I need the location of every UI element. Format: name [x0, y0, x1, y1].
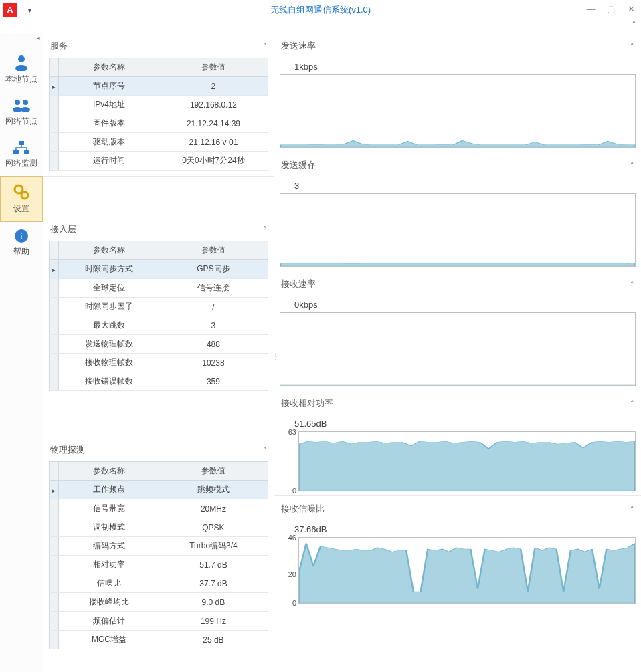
sidebar-item-network-nodes[interactable]: 网络节点 [0, 92, 43, 134]
svg-point-0 [18, 55, 25, 62]
param-name: 相对功率 [59, 556, 159, 574]
table-row[interactable]: 时隙同步因子/ [50, 298, 268, 316]
table-row[interactable]: 接收错误帧数359 [50, 372, 268, 391]
physical-table[interactable]: 参数名称参数值工作频点跳频模式信号带宽20MHz调制模式QPSK编码方式Turb… [49, 461, 268, 649]
svg-point-3 [23, 100, 28, 105]
panel-title: 接收信噪比 [281, 503, 325, 515]
close-button[interactable]: ✕ [621, 0, 641, 19]
svg-point-9 [15, 185, 23, 193]
param-name: 发送物理帧数 [59, 335, 159, 354]
param-value: 37.7 dB [159, 574, 268, 593]
table-row[interactable]: 运行时间0天0小时7分24秒 [50, 152, 268, 171]
table-row[interactable]: 节点序号2 [50, 77, 268, 96]
collapse-icon[interactable]: ˄ [263, 42, 267, 51]
panel-title: 服务 [50, 40, 68, 52]
users-icon [11, 98, 31, 113]
charts-column: ⋮ 发送速率˄ 1kbps 发送缓存˄ 3 接收速率˄ 0kbps 接收相对功率… [274, 33, 641, 672]
collapse-icon[interactable]: ˄ [630, 161, 634, 170]
table-row[interactable]: 最大跳数3 [50, 316, 268, 335]
param-value: GPS同步 [159, 260, 268, 279]
chart-value-label: 0kbps [274, 296, 641, 312]
param-value: 10238 [159, 354, 268, 372]
chart-value-label: 51.65dB [274, 415, 641, 431]
user-icon [13, 53, 30, 71]
service-table[interactable]: 参数名称参数值节点序号2IPv4地址192.168.0.12固件版本21.12.… [49, 58, 268, 171]
window-title: 无线自组网通信系统(v1.0) [0, 0, 641, 20]
table-row[interactable]: 相对功率51.7 dB [50, 556, 268, 574]
param-name: 全球定位 [59, 279, 159, 298]
param-name: 信噪比 [59, 574, 159, 593]
sidebar-pin-icon[interactable]: ◂ [37, 35, 40, 41]
table-row[interactable]: 时隙同步方式GPS同步 [50, 260, 268, 279]
param-name: 信号带宽 [59, 499, 159, 518]
collapse-icon[interactable]: ˄ [630, 505, 634, 514]
table-row[interactable]: 固件版本21.12.24.14:39 [50, 114, 268, 133]
table-row[interactable]: MGC增益25 dB [50, 631, 268, 649]
param-value: 3 [159, 316, 268, 335]
table-row[interactable]: 接收峰均比9.0 dB [50, 593, 268, 612]
qat-customize-icon[interactable]: ▾ [23, 0, 36, 19]
sidebar-item-network-monitor[interactable]: 网络监测 [0, 134, 43, 176]
table-row[interactable]: 信噪比37.7 dB [50, 574, 268, 593]
sidebar-item-label: 设置 [13, 204, 29, 213]
table-row[interactable]: 全球定位信号连接 [50, 279, 268, 298]
sidebar-item-help[interactable]: i 帮助 [0, 222, 43, 264]
y-tick: 63 [288, 428, 296, 436]
param-value: 192.168.0.12 [159, 96, 268, 114]
table-row[interactable]: 频偏估计199 Hz [50, 612, 268, 631]
info-icon: i [14, 229, 29, 243]
param-value: 25 dB [159, 631, 268, 649]
minimize-button[interactable]: — [581, 0, 601, 19]
panel-access-layer: 接入层 ˄ 参数名称参数值时隙同步方式GPS同步全球定位信号连接时隙同步因子/最… [43, 217, 274, 397]
y-tick: 0 [292, 599, 296, 607]
table-row[interactable]: 发送物理帧数488 [50, 335, 268, 354]
maximize-button[interactable]: ▢ [601, 0, 621, 19]
param-name: 调制模式 [59, 518, 159, 537]
param-value: 21.12.16 v 01 [159, 133, 268, 152]
param-name: 时隙同步方式 [59, 260, 159, 279]
sidebar-item-label: 网络节点 [5, 116, 37, 126]
table-row[interactable]: 工作频点跳频模式 [50, 481, 268, 499]
table-row[interactable]: 驱动版本21.12.16 v 01 [50, 133, 268, 152]
param-name: 工作频点 [59, 481, 159, 499]
svg-text:i: i [21, 231, 23, 241]
y-tick: 46 [288, 534, 296, 542]
collapse-icon[interactable]: ˄ [263, 446, 267, 455]
panel-title: 发送缓存 [281, 159, 316, 171]
collapse-icon[interactable]: ˄ [263, 225, 267, 234]
rx-rate-chart [280, 312, 636, 386]
rx-snr-chart: 46 20 0 [298, 537, 636, 604]
table-row[interactable]: 调制模式QPSK [50, 518, 268, 537]
collapse-icon[interactable]: ˄ [630, 399, 634, 408]
chart-value-label: 3 [274, 177, 641, 193]
param-name: 节点序号 [59, 77, 159, 96]
param-value: 199 Hz [159, 612, 268, 631]
table-row[interactable]: 信号带宽20MHz [50, 499, 268, 518]
collapse-icon[interactable]: ˄ [630, 280, 634, 289]
param-value: 跳频模式 [159, 481, 268, 499]
chart-value-label: 1kbps [274, 58, 641, 74]
svg-rect-7 [13, 150, 19, 154]
sidebar-item-local-node[interactable]: 本地节点 [0, 47, 43, 92]
table-row[interactable]: 编码方式Turbo编码3/4 [50, 537, 268, 556]
svg-point-2 [15, 100, 20, 105]
access-table[interactable]: 参数名称参数值时隙同步方式GPS同步全球定位信号连接时隙同步因子/最大跳数3发送… [49, 241, 268, 391]
panel-tx-rate: 发送速率˄ 1kbps [274, 33, 641, 152]
table-row[interactable]: 接收物理帧数10238 [50, 354, 268, 372]
param-name: 固件版本 [59, 114, 159, 133]
ribbon-collapse-icon[interactable]: ˄ [632, 20, 636, 27]
param-value: QPSK [159, 518, 268, 537]
network-icon [13, 140, 30, 155]
panel-title: 接收相对功率 [281, 397, 333, 409]
panel-title: 物理探测 [50, 444, 85, 456]
sidebar-item-settings[interactable]: 设置 [0, 176, 43, 222]
param-name: 最大跳数 [59, 316, 159, 335]
param-name: 接收峰均比 [59, 593, 159, 612]
splitter-handle[interactable]: ⋮ [272, 353, 278, 360]
ribbon-bar: ˄ [0, 20, 641, 33]
collapse-icon[interactable]: ˄ [630, 42, 634, 51]
gears-icon [13, 183, 30, 201]
sidebar-item-label: 网络监测 [5, 158, 37, 168]
table-row[interactable]: IPv4地址192.168.0.12 [50, 96, 268, 114]
y-tick: 0 [292, 487, 296, 495]
